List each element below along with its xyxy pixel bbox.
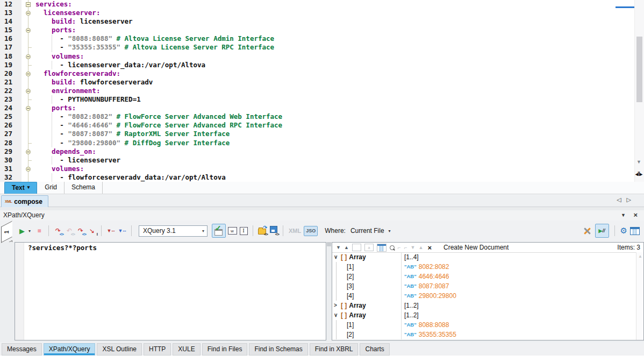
text-view-icon[interactable]: I <box>239 226 248 236</box>
search-result-icon[interactable] <box>390 245 395 250</box>
xml-mode-toggle[interactable]: XML <box>289 228 301 234</box>
fold-column[interactable] <box>22 52 35 61</box>
clear-results-icon[interactable]: × <box>427 244 432 252</box>
save-expression-icon[interactable]: <> <box>269 226 278 236</box>
fold-column[interactable] <box>22 9 35 17</box>
evaluate-on-typing-toggle[interactable]: ✓ <box>212 224 226 238</box>
result-table-view-icon[interactable] <box>377 244 387 252</box>
output-tab-messages[interactable]: Messages <box>2 343 42 356</box>
result-row[interactable]: ∨[ ]Array[1..2] <box>332 310 636 320</box>
layout-grid-icon[interactable] <box>630 227 640 235</box>
fold-marker-icon[interactable] <box>26 89 31 94</box>
insert-tracepoint-icon[interactable]: ▼-- <box>117 226 127 236</box>
step-over-icon[interactable]: ↷<> <box>76 226 85 236</box>
output-tab-find-in-xbrl[interactable]: Find in XBRL <box>310 343 359 356</box>
output-tab-xpath-xquery[interactable]: XPath/XQuery <box>44 343 96 356</box>
fold-marker-icon[interactable] <box>26 28 31 33</box>
output-tab-xule[interactable]: XULE <box>173 343 200 356</box>
result-row[interactable]: ∨[ ]Array[1..4] <box>332 252 636 262</box>
result-row[interactable]: [1]"AB"8088:8088 <box>332 320 636 330</box>
result-name-cell: >[ ]Array <box>332 301 401 310</box>
fold-marker-icon[interactable] <box>26 150 31 154</box>
results-scrollbar[interactable]: ▲ <box>636 252 643 340</box>
fold-column[interactable] <box>22 26 35 34</box>
text-editor[interactable]: 12services:13 licenseserver:14 build: li… <box>0 0 644 182</box>
panel-menu-icon[interactable]: ▼ <box>621 212 626 218</box>
run-to-cursor-icon[interactable]: ↘I <box>87 226 97 236</box>
code-text: ports: <box>35 104 76 112</box>
horizontal-splitter-icon[interactable]: ◂‖▸ <box>635 171 642 177</box>
where-scope-select[interactable]: Current File ▾ <box>350 227 393 235</box>
fold-marker-icon[interactable] <box>26 11 31 16</box>
fold-column[interactable] <box>22 0 35 9</box>
fold-column[interactable] <box>22 104 35 112</box>
output-tab-charts[interactable]: Charts <box>360 343 389 356</box>
combo-arrow-icon: ▾ <box>202 229 204 233</box>
debugger-toggle[interactable]: ▶// <box>595 224 609 238</box>
next-result-icon[interactable]: ▼ <box>336 245 341 250</box>
tab-scroll-left-icon[interactable]: ◁ <box>617 196 626 203</box>
fold-marker-icon[interactable] <box>26 167 31 172</box>
fold-column[interactable] <box>22 87 35 95</box>
previous-result-icon[interactable]: ▲ <box>344 245 349 250</box>
goto-file-icon[interactable]: ⌐ <box>398 245 401 251</box>
step-out-icon[interactable]: ↶<> <box>65 226 74 236</box>
xpath-panel-titlebar[interactable]: XPath/XQuery ▼ × <box>0 210 644 221</box>
tab-scroll-arrows[interactable]: ◁▷ <box>617 196 636 203</box>
pane-splitter[interactable] <box>326 242 332 342</box>
scrollbar-thumb[interactable] <box>636 37 642 102</box>
result-row[interactable]: [1]"AB"8082:8082 <box>332 262 636 272</box>
show-in-document-icon[interactable] <box>352 244 361 251</box>
panel-close-icon[interactable]: × <box>633 211 638 219</box>
line-number: 21 <box>0 78 22 87</box>
fold-column[interactable] <box>22 147 35 156</box>
fold-marker-icon[interactable] <box>26 106 31 111</box>
tab-scroll-right-icon[interactable]: ▷ <box>627 196 636 203</box>
expression-editor[interactable]: ?services?*?ports <box>15 242 326 340</box>
load-expression-icon[interactable]: ↷<> <box>257 226 267 236</box>
json-mode-toggle[interactable]: JSO <box>304 226 318 236</box>
view-tab-text[interactable]: Text▾ <box>4 182 37 194</box>
fold-marker-icon[interactable] <box>26 2 31 7</box>
expand-icon[interactable]: > <box>332 301 341 310</box>
code-text: volumes: <box>35 165 84 173</box>
result-name-cell: [2] <box>332 330 401 339</box>
evaluation-window-icon[interactable]: w <box>227 226 237 236</box>
result-row[interactable]: [2]"AB"35355:35355 <box>332 330 636 339</box>
run-evaluation-button[interactable]: ▶ <box>17 226 27 236</box>
document-tab-compose[interactable]: XML compose <box>1 195 48 207</box>
fold-marker-icon[interactable] <box>26 54 31 59</box>
result-row[interactable]: >[ ]Array[1..2] <box>332 301 636 310</box>
xquery-version-select[interactable]: XQuery 3.1 ▾ <box>139 225 207 237</box>
fold-column[interactable] <box>22 69 35 78</box>
settings-gear-icon[interactable]: ⚙ <box>620 226 627 236</box>
editor-vertical-scrollbar[interactable]: ▼ ◂‖▸ <box>634 0 644 182</box>
expression-tab-1[interactable]: 1 <box>1 221 12 243</box>
tools-icon[interactable] <box>582 225 592 236</box>
view-tab-grid[interactable]: Grid <box>38 182 65 194</box>
result-row[interactable]: [3]"AB"8087:8087 <box>332 281 636 291</box>
insert-breakpoint-icon[interactable]: ▼-- <box>106 226 116 236</box>
collapse-icon[interactable]: ∨ <box>332 252 341 262</box>
result-row[interactable]: [4]"AB"29800:29800 <box>332 291 636 301</box>
copy-result-icon[interactable]: a <box>364 244 374 251</box>
step-into-icon[interactable]: ↷<> <box>53 226 63 236</box>
output-tab-find-in-files[interactable]: Find in Files <box>202 343 248 356</box>
scroll-down-icon[interactable]: ▼ <box>636 159 641 165</box>
output-tab-find-in-schemas[interactable]: Find in Schemas <box>249 343 307 356</box>
fold-marker-icon[interactable] <box>26 72 31 76</box>
scroll-up-icon[interactable]: ▲ <box>638 254 642 259</box>
xpath-expression[interactable]: ?services?*?ports <box>28 244 97 252</box>
stop-button[interactable]: ■ <box>34 226 44 236</box>
collapse-icon[interactable]: ∨ <box>332 310 341 320</box>
goto-node-icon[interactable]: ⌐ <box>404 245 407 251</box>
result-row[interactable]: [2]"AB"4646:4646 <box>332 272 636 281</box>
create-new-document-button[interactable]: Create New Document <box>443 244 509 251</box>
xquery-version-value: XQuery 3.1 <box>143 227 176 235</box>
output-tab-http[interactable]: HTTP <box>144 343 171 356</box>
code-line: 24 ports: <box>0 104 644 112</box>
run-options-dropdown-icon[interactable]: ▾ <box>28 229 33 233</box>
output-tab-xsl-outline[interactable]: XSL Outline <box>97 343 142 356</box>
fold-column[interactable] <box>22 165 35 173</box>
view-tab-schema[interactable]: Schema <box>65 182 103 194</box>
